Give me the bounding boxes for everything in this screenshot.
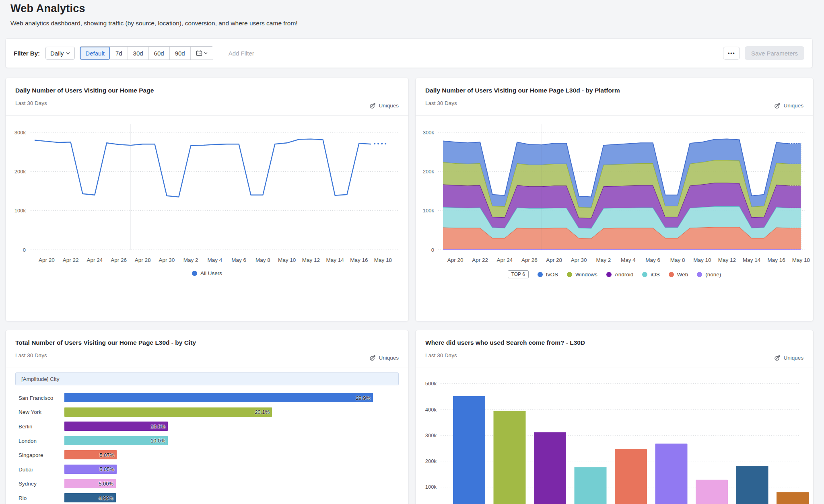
svg-text:0: 0 [23,247,26,253]
svg-text:Apr 30: Apr 30 [571,257,587,263]
chart-title[interactable]: Daily Number of Users Visiting our Home … [15,87,399,94]
svg-text:May 2: May 2 [183,257,198,263]
legend-label: (none) [705,272,721,278]
metric-label: Uniques [379,103,399,109]
svg-text:400k: 400k [425,407,437,413]
svg-text:May 6: May 6 [645,257,660,263]
bar-0[interactable] [453,396,485,504]
uniques-metric-toggle[interactable]: Uniques [369,102,399,109]
legend-label: Web [677,272,688,278]
card-header: Daily Number of Users Visiting our Home … [6,78,408,116]
chart-period: Last 30 Days [425,352,803,358]
legend-item-ios[interactable]: iOS [642,272,660,278]
uniques-icon [369,102,376,109]
svg-text:May 8: May 8 [255,257,270,263]
legend-dot [606,272,612,277]
bar-5[interactable] [655,444,688,504]
bar-6[interactable] [696,480,728,504]
bar-chart[interactable]: 500k400k300k200k100k [416,368,812,504]
chart-title[interactable]: Where did users who used Search come fro… [425,339,803,346]
city-bar[interactable]: 5.05% [64,465,117,474]
range-button-30d[interactable]: 30d [128,47,148,60]
calendar-range-button[interactable] [190,47,213,60]
bar-3[interactable] [575,467,607,504]
range-button-90d[interactable]: 90d [169,47,190,60]
uniques-metric-toggle[interactable]: Uniques [774,102,803,109]
svg-text:Apr 22: Apr 22 [63,257,79,263]
legend-label: Windows [575,272,597,278]
city-name: New York [19,409,41,415]
city-bar-value: 4.99% [99,495,113,501]
page-title: Web Analytics [10,2,298,15]
legend-label: iOS [651,272,660,278]
legend-dot [697,272,702,277]
city-row-new-york: New York20.1% [6,405,408,420]
add-filter-button[interactable]: Add Filter [229,50,254,57]
chart-title[interactable]: Daily Number of Users Visiting our Home … [425,87,803,94]
svg-text:May 8: May 8 [670,257,685,263]
legend-item-tvos[interactable]: tvOS [538,272,558,278]
range-button-default[interactable]: Default [80,47,110,60]
card-daily-users: Daily Number of Users Visiting our Home … [5,78,409,321]
card-city: Total Number of Users Visiting our Home … [5,330,409,504]
chart-legend: TOP 6tvOSWindowsAndroidiOSWeb(none) [416,270,813,278]
svg-text:Apr 24: Apr 24 [87,257,103,263]
svg-text:May 12: May 12 [302,257,320,263]
metric-label: Uniques [783,355,803,361]
legend-item-android[interactable]: Android [606,272,634,278]
line-chart[interactable]: 0100k200k300kApr 20Apr 22Apr 24Apr 26Apr… [6,116,408,270]
svg-text:May 2: May 2 [596,257,611,263]
filter-bar: Filter By: Daily Default7d30d60d90d Add … [5,38,813,68]
uniques-icon [774,354,781,361]
city-row-rio: Rio4.99% [6,491,408,504]
legend-label: Android [615,272,634,278]
range-button-7d[interactable]: 7d [110,47,128,60]
card-search-source: Where did users who used Search come fro… [415,330,814,504]
city-bar[interactable]: 5.07% [64,450,117,459]
city-bar[interactable]: 10.0% [64,436,168,445]
svg-text:May 18: May 18 [374,257,392,263]
bar-2[interactable] [534,432,566,504]
city-bar-value: 5.07% [99,452,114,458]
svg-text:Apr 20: Apr 20 [447,257,464,263]
legend-top6-badge: TOP 6 [508,270,529,278]
interval-dropdown[interactable]: Daily [45,47,75,60]
card-header: Where did users who used Search come fro… [416,330,813,368]
range-button-60d[interactable]: 60d [148,47,169,60]
city-bar[interactable]: 5.00% [64,479,116,488]
svg-text:May 14: May 14 [743,257,761,263]
city-bar[interactable]: 29.9% [64,393,373,402]
legend-item-windows[interactable]: Windows [567,272,597,278]
date-range-group: Default7d30d60d90d [80,46,213,60]
city-name: Rio [19,495,27,501]
legend-dot [642,272,647,277]
chart-period: Last 30 Days [425,100,803,106]
city-name: Dubai [19,466,33,472]
legend-item--none-[interactable]: (none) [697,272,721,278]
stacked-area-chart[interactable]: 0100k200k300kApr 20Apr 22Apr 24Apr 26Apr… [416,116,812,270]
legend-item-web[interactable]: Web [669,272,688,278]
svg-text:200k: 200k [14,169,26,175]
uniques-metric-toggle[interactable]: Uniques [774,354,803,361]
bar-7[interactable] [736,466,768,504]
more-options-button[interactable]: ••• [723,47,740,60]
bar-8[interactable] [777,492,809,504]
svg-text:Apr 28: Apr 28 [135,257,151,263]
bar-1[interactable] [494,411,526,504]
svg-text:May 10: May 10 [693,257,711,263]
card-header: Total Number of Users Visiting our Home … [6,330,408,368]
chart-title[interactable]: Total Number of Users Visiting our Home … [15,339,399,346]
city-column-header[interactable]: [Amplitude] City [15,372,399,385]
legend-item-all-users[interactable]: All Users [192,270,222,276]
city-bar[interactable]: 4.99% [64,493,116,502]
svg-text:Apr 24: Apr 24 [497,257,513,263]
city-bar[interactable]: 20.1% [64,407,272,417]
save-parameters-button[interactable]: Save Parameters [745,46,804,60]
city-name: London [19,438,37,444]
city-row-sydney: Sydney5.00% [6,477,408,491]
svg-text:May 4: May 4 [621,257,636,263]
city-bar-value: 29.9% [356,395,371,401]
city-bar[interactable]: 10.0% [64,422,168,431]
uniques-metric-toggle[interactable]: Uniques [369,354,399,361]
bar-4[interactable] [615,449,647,504]
